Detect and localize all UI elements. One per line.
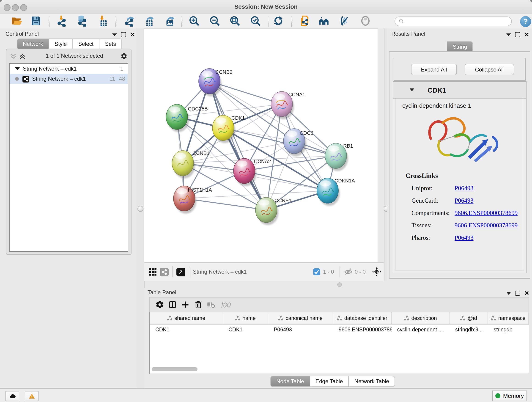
results-float-icon[interactable] [515,32,520,37]
zoom-out-button[interactable] [207,15,222,28]
hide-graphics-details-button[interactable] [337,15,351,28]
search-box[interactable] [394,17,512,26]
network-node-CDC25B[interactable]: CDC25B [166,104,208,132]
left-splitter[interactable] [136,28,145,389]
table-cell[interactable]: P06493 [268,327,333,332]
warnings-button[interactable] [25,391,38,401]
crosslink-label: Pharos: [405,234,455,242]
zoom-selected-button[interactable] [248,15,263,28]
delete-column-icon[interactable] [194,300,203,309]
network-node-CDKN1A[interactable]: CDKN1A [317,178,355,206]
help-button[interactable]: ? [520,16,531,27]
node-table[interactable]: shared namenamecanonical namedatabase id… [149,312,529,374]
column-header-namespace[interactable]: namespace [488,312,529,324]
table-close-icon[interactable]: ✕ [524,291,529,295]
crosslink-link[interactable]: 9606.ENSP00000378699 [455,222,518,229]
crosslink-link[interactable]: P06493 [455,234,474,242]
import-network-database-button[interactable] [75,15,89,28]
network-share-icon[interactable] [160,268,169,276]
tab-string[interactable]: String [447,41,473,52]
export-table-button[interactable] [141,15,156,28]
table-float-icon[interactable] [515,291,520,296]
network-collection-row[interactable]: String Network – cdk1 1 [10,64,128,74]
column-header-id[interactable]: @id [450,312,488,324]
network-edge-CCNB2-CCNE1[interactable] [209,81,266,210]
column-header-description[interactable]: description [392,312,450,324]
network-node-HIST1H1A[interactable]: HIST1H1A [173,186,212,214]
table-cell[interactable]: CDK1 [150,327,223,332]
table-cell[interactable]: stringdb [488,327,529,332]
expand-all-networks-icon[interactable] [19,53,26,59]
crosslink-link[interactable]: P06493 [455,185,474,192]
crosslink-link[interactable]: P06493 [455,197,474,204]
network-row[interactable]: String Network – cdk1 11 48 [10,74,128,84]
refresh-view-button[interactable] [271,15,285,28]
table-row[interactable]: CDK1CDK1P064939606.ENSP00000378699cyclin… [150,325,529,335]
tab-style[interactable]: Style [49,38,73,50]
panel-close-icon[interactable]: ✕ [130,32,135,37]
cloud-button[interactable] [6,391,19,401]
network-node-CCNA1[interactable]: CCNA1 [271,91,305,119]
tab-network-table[interactable]: Network Table [349,376,395,387]
table-cell[interactable]: CDK1 [223,327,268,332]
network-canvas[interactable]: CCNB2CCNA1CDC25BCDK1CDC6RB1CCNB1CCNA2CDK… [144,28,378,262]
left-splitter-handle[interactable] [138,206,143,212]
search-input[interactable] [406,18,511,25]
gene-disclosure-icon[interactable] [410,89,414,91]
network-node-CCNE1[interactable]: CCNE1 [255,197,292,225]
string-query-button[interactable] [316,15,331,28]
expand-all-button[interactable]: Expand All [411,64,457,75]
results-collapse-icon[interactable] [506,33,511,36]
show-columns-icon[interactable] [168,300,177,309]
show-graphics-details-button[interactable] [358,15,373,28]
column-header-name[interactable]: name [223,312,268,324]
table-settings-gear-icon[interactable] [155,300,164,309]
birds-eye-view-icon[interactable] [177,268,185,276]
table-cell[interactable]: 9606.ENSP00000378699 [333,327,392,332]
table-collapse-icon[interactable] [506,292,511,294]
table-cell[interactable]: stringdb:9... [450,327,488,332]
crosslink-link[interactable]: 9606.ENSP00000378699 [455,210,518,217]
network-node-RB1[interactable]: RB1 [325,143,353,171]
open-file-button[interactable] [9,15,24,28]
tab-node-table[interactable]: Node Table [270,376,310,387]
column-header-database-identifier[interactable]: database identifier [333,312,392,324]
column-header-shared-name[interactable]: shared name [150,312,223,324]
network-node-CCNB1[interactable]: CCNB1 [172,150,210,178]
tab-select[interactable]: Select [73,38,99,50]
tab-network[interactable]: Network [17,38,49,50]
memory-button[interactable]: Memory [492,390,527,401]
collapse-all-button[interactable]: Collapse All [465,64,514,75]
horizontal-splitter-handle[interactable] [337,282,342,287]
tab-sets[interactable]: Sets [99,38,122,50]
panel-collapse-icon[interactable] [112,33,117,36]
clone-network-button[interactable] [297,15,312,28]
export-image-button[interactable] [162,15,177,28]
grid-view-icon[interactable] [148,267,157,276]
collection-disclosure-icon[interactable] [15,67,20,70]
network-node-CCNA2[interactable]: CCNA2 [234,158,271,186]
network-node-CDC6[interactable]: CDC6 [283,128,313,156]
tab-edge-table[interactable]: Edge Table [310,376,349,387]
table-cell[interactable]: cyclin-dependent ... [392,327,450,332]
gene-result-header[interactable]: CDK1 [393,82,526,99]
export-network-button[interactable] [121,15,136,28]
table-horizontal-scrollbar[interactable] [152,367,197,371]
results-close-icon[interactable]: ✕ [524,32,529,37]
window-title: Session: New Session [0,3,532,10]
collapse-all-networks-icon[interactable] [10,53,17,59]
import-network-file-button[interactable] [54,15,69,28]
zoom-in-button[interactable] [186,15,201,28]
network-options-gear-icon[interactable] [120,52,127,59]
panel-float-icon[interactable] [121,32,126,37]
column-header-canonical-name[interactable]: canonical name [268,312,333,324]
add-column-icon[interactable] [181,300,190,309]
import-table-button[interactable] [95,15,109,28]
save-session-button[interactable] [28,15,43,28]
hidden-items-icon[interactable] [344,267,353,276]
selected-checkbox-icon[interactable] [312,267,321,276]
network-edge-HIST1H1A-CCNE1[interactable] [184,198,266,210]
fit-selected-crosshair-icon[interactable] [372,267,381,276]
zoom-fit-button[interactable] [227,15,242,28]
network-node-CCNB2[interactable]: CCNB2 [199,69,233,96]
